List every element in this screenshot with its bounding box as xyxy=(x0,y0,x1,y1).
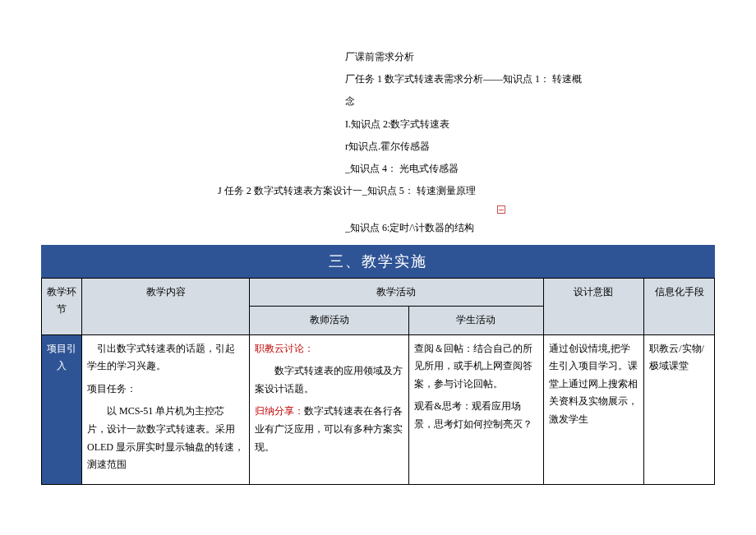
content-p1: 引出数字式转速表的话题，引起学生的学习兴趣。 xyxy=(87,340,244,376)
header-tools: 信息化手段 xyxy=(644,278,715,334)
table-row: 项目引入 引出数字式转速表的话题，引起学生的学习兴趣。 项目任务： 以 MCS-… xyxy=(42,334,715,484)
student-cell: 查阅＆回帖：结合自己的所见所用，或手机上网查阅答案，参与讨论回帖。 观看&思考：… xyxy=(409,334,543,484)
teacher-cell: 职教云讨论： 数字式转速表的应用领域及方案设计话题。 归纳分享：数字式转速表在各… xyxy=(250,334,409,484)
header-content: 教学内容 xyxy=(82,278,250,334)
student-p2: 观看&思考：观看应用场景，思考灯如何控制亮灭？ xyxy=(414,398,537,433)
teacher-heading-2: 归纳分享： xyxy=(255,405,304,417)
content-p3: 以 MCS-51 单片机为主控芯片，设计一款数字式转速表。采用 OLED 显示屏… xyxy=(87,403,244,473)
header-teacher: 教师活动 xyxy=(250,307,409,335)
placeholder-image-icon xyxy=(497,205,505,214)
content-cell: 引出数字式转速表的话题，引起学生的学习兴趣。 项目任务： 以 MCS-51 单片… xyxy=(82,334,250,484)
knowledge-line-7: _知识点 6:定时/\计数器的结构 xyxy=(345,220,474,236)
header-student: 学生活动 xyxy=(409,307,543,335)
teaching-table: 教学环节 教学内容 教学活动 设计意图 信息化手段 教师活动 学生活动 项目引入… xyxy=(41,278,715,485)
tools-text: 职教云/实物/极域课堂 xyxy=(649,340,709,376)
intent-text: 通过创设情境,把学生引入项目学习。课堂上通过网上搜索相关资料及实物展示，激发学生 xyxy=(549,340,639,429)
knowledge-points-block: 厂课前需求分析 厂任务 1 数字式转速表需求分析——知识点 1： 转速概 念 I… xyxy=(41,49,715,237)
tools-cell: 职教云/实物/极域课堂 xyxy=(644,334,715,484)
knowledge-line-5: _知识点 4： 光电式传感器 xyxy=(345,161,459,177)
knowledge-line-1: 厂课前需求分析 xyxy=(345,49,414,65)
content-p2: 项目任务： xyxy=(87,380,244,399)
table-header-row-1: 教学环节 教学内容 教学活动 设计意图 信息化手段 xyxy=(42,278,715,307)
knowledge-line-2a: 厂任务 1 数字式转速表需求分析——知识点 1： 转速概 xyxy=(345,71,582,87)
header-intent: 设计意图 xyxy=(543,278,644,334)
knowledge-line-6: J 任务 2 数字式转速表方案设计一_知识点 5： 转速测量原理 xyxy=(218,183,476,199)
knowledge-line-2b: 念 xyxy=(345,94,355,109)
stage-label: 项目引入 xyxy=(47,340,76,376)
stage-cell: 项目引入 xyxy=(42,334,82,484)
section-title: 三、教学实施 xyxy=(41,245,715,278)
header-stage: 教学环节 xyxy=(42,278,82,334)
header-activities: 教学活动 xyxy=(250,278,543,307)
teacher-p1: 数字式转速表的应用领域及方案设计话题。 xyxy=(255,362,403,398)
knowledge-line-3: I.知识点 2:数字式转速表 xyxy=(345,117,449,132)
student-p1: 查阅＆回帖：结合自己的所见所用，或手机上网查阅答案，参与讨论回帖。 xyxy=(414,340,537,394)
knowledge-line-4: r知识点.霍尔传感器 xyxy=(345,139,430,155)
teacher-heading-1: 职教云讨论： xyxy=(255,343,314,354)
intent-cell: 通过创设情境,把学生引入项目学习。课堂上通过网上搜索相关资料及实物展示，激发学生 xyxy=(543,334,644,484)
